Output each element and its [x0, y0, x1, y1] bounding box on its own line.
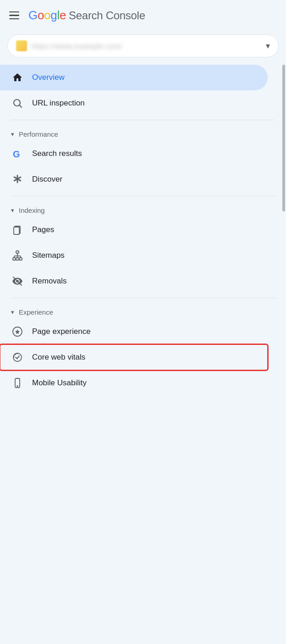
svg-line-1 [20, 105, 22, 107]
pages-icon [11, 223, 24, 236]
divider-1 [11, 120, 275, 120]
svg-rect-8 [19, 258, 22, 260]
scrollbar-track[interactable] [282, 65, 286, 396]
sidebar-item-page-experience[interactable]: Page experience [0, 319, 268, 344]
header: Google Search Console [0, 0, 286, 31]
asterisk-icon [11, 173, 24, 186]
sidebar-item-overview[interactable]: Overview [0, 65, 268, 90]
search-icon [11, 97, 24, 110]
logo-letter-g2: g [50, 8, 57, 22]
core-web-vitals-icon [11, 351, 24, 364]
sidebar-item-discover[interactable]: Discover [0, 167, 268, 192]
sitemaps-icon [11, 249, 24, 262]
property-selector[interactable]: https://www.example.com/ ▾ [7, 34, 279, 57]
sidebar-item-search-results[interactable]: G Search results [0, 141, 268, 167]
page-experience-icon [11, 325, 24, 338]
indexing-arrow-icon: ▾ [11, 207, 14, 214]
sidebar-item-label-core-web-vitals: Core web vitals [32, 353, 85, 362]
mobile-icon [11, 377, 24, 389]
sidebar-item-pages[interactable]: Pages [0, 217, 268, 243]
sidebar-nav: Overview URL inspection ▾ Performance G [0, 65, 286, 396]
logo-letter-g: G [28, 8, 38, 22]
svg-rect-4 [14, 227, 19, 234]
svg-rect-7 [16, 258, 19, 260]
divider-3 [11, 298, 275, 298]
sidebar-item-label-overview: Overview [32, 73, 65, 82]
section-indexing[interactable]: ▾ Indexing [0, 200, 286, 217]
sidebar-item-removals[interactable]: Removals [0, 268, 268, 294]
sidebar-item-url-inspection[interactable]: URL inspection [0, 90, 268, 116]
scrollbar-thumb[interactable] [282, 65, 285, 211]
sidebar-item-label-removals: Removals [32, 277, 67, 286]
sidebar-item-mobile-usability[interactable]: Mobile Usability [0, 370, 268, 396]
property-url: https://www.example.com/ [32, 42, 122, 50]
google-logo-text: Google [28, 8, 66, 22]
menu-button[interactable] [7, 10, 21, 22]
divider-2 [11, 196, 275, 196]
section-experience-label: Experience [19, 308, 53, 316]
performance-arrow-icon: ▾ [11, 131, 14, 138]
sidebar-item-label-search-results: Search results [32, 149, 82, 158]
logo: Google Search Console [28, 8, 145, 22]
sidebar-item-label-url-inspection: URL inspection [32, 99, 85, 108]
chevron-down-icon: ▾ [266, 41, 270, 51]
svg-rect-5 [16, 251, 19, 253]
search-console-label: Search Console [69, 9, 145, 22]
sidebar-item-sitemaps[interactable]: Sitemaps [0, 243, 268, 268]
property-favicon [16, 40, 27, 51]
section-indexing-label: Indexing [19, 206, 45, 214]
svg-rect-6 [13, 258, 16, 260]
sidebar-item-label-page-experience: Page experience [32, 327, 91, 336]
section-experience[interactable]: ▾ Experience [0, 302, 286, 319]
experience-arrow-icon: ▾ [11, 309, 14, 316]
google-g-icon: G [11, 147, 24, 160]
sidebar-item-label-mobile-usability: Mobile Usability [32, 378, 87, 388]
sidebar-item-label-sitemaps: Sitemaps [32, 251, 65, 260]
svg-marker-16 [15, 329, 20, 334]
sidebar-item-label-pages: Pages [32, 225, 54, 234]
home-icon [11, 71, 24, 84]
section-performance[interactable]: ▾ Performance [0, 124, 286, 141]
logo-letter-o1: o [38, 8, 44, 22]
nav-scroll: Overview URL inspection ▾ Performance G [0, 65, 286, 396]
svg-point-19 [17, 386, 18, 387]
property-selector-left: https://www.example.com/ [16, 40, 122, 51]
section-performance-label: Performance [19, 130, 58, 138]
svg-text:G: G [13, 149, 20, 159]
logo-letter-e: e [60, 8, 66, 22]
logo-letter-o2: o [44, 8, 50, 22]
sidebar-item-core-web-vitals[interactable]: Core web vitals [0, 344, 268, 370]
removals-icon [11, 275, 24, 288]
sidebar-item-label-discover: Discover [32, 175, 62, 184]
